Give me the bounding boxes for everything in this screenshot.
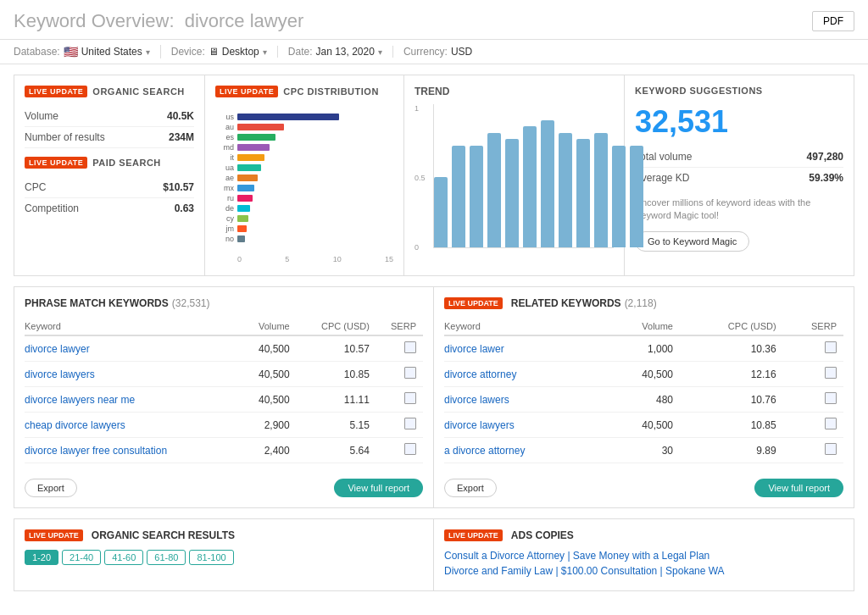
database-dropdown-arrow: ▾ xyxy=(146,47,150,57)
phrase-col-volume: Volume xyxy=(242,318,297,335)
volume-value: 40.5K xyxy=(167,110,194,122)
cpc-bar xyxy=(237,134,275,141)
competition-label: Competition xyxy=(25,202,79,214)
phrase-match-export-button[interactable]: Export xyxy=(25,479,77,497)
toolbar: Database: 🇺🇸 United States ▾ Device: 🖥 D… xyxy=(0,40,868,64)
keyword-cell: divorce lawyers xyxy=(25,362,242,387)
keyword-cell: divorce lawers xyxy=(444,387,609,413)
cpc-cell: 10.36 xyxy=(680,335,783,362)
cpc-bar-row: jm xyxy=(215,224,393,233)
cpc-bar-label: au xyxy=(215,123,234,131)
phrase-match-view-report-button[interactable]: View full report xyxy=(334,479,423,497)
volume-cell: 30 xyxy=(609,438,680,463)
trend-bar xyxy=(434,177,448,247)
page-title: Keyword Overview: divorce lawyer xyxy=(14,10,303,32)
keyword-link[interactable]: divorce lawers xyxy=(444,394,509,406)
pagination-button[interactable]: 81-100 xyxy=(189,550,233,565)
paid-search-section: live update PAID SEARCH CPC $10.57 Compe… xyxy=(25,157,194,219)
organic-results-header: live update ORGANIC SEARCH RESULTS xyxy=(25,529,423,541)
keyword-link[interactable]: divorce lawyers xyxy=(25,368,95,380)
ad-link-2[interactable]: Divorce and Family Law | $100.00 Consult… xyxy=(444,565,843,577)
phrase-match-header: PHRASE MATCH KEYWORDS (32,531) xyxy=(25,297,423,309)
serp-cell xyxy=(783,413,843,438)
keyword-link[interactable]: divorce lawer xyxy=(444,343,504,355)
date-value: Jan 13, 2020 xyxy=(315,46,374,58)
cpc-bar-label: de xyxy=(215,204,234,213)
results-stat: Number of results 234M xyxy=(25,127,194,148)
date-selector[interactable]: Date: Jan 13, 2020 ▾ xyxy=(278,46,393,58)
trend-bars xyxy=(433,104,614,248)
top-row: live update ORGANIC SEARCH Volume 40.5K … xyxy=(14,75,854,276)
cpc-cell: 9.89 xyxy=(680,438,783,463)
main-content: live update ORGANIC SEARCH Volume 40.5K … xyxy=(0,64,868,601)
keyword-cell: divorce lawer xyxy=(444,335,609,362)
keyword-link[interactable]: divorce lawyers near me xyxy=(25,394,135,406)
cpc-bar xyxy=(237,225,247,232)
cpc-bar-row: cy xyxy=(215,214,393,223)
results-label: Number of results xyxy=(25,131,105,143)
related-col-serp: SERP xyxy=(783,318,843,335)
cpc-cell: 10.57 xyxy=(297,335,376,362)
related-keywords-export-button[interactable]: Export xyxy=(444,479,497,497)
ads-links-container: Consult a Divorce Attorney | Save Money … xyxy=(444,550,843,577)
trend-bar xyxy=(452,146,465,247)
serp-icon xyxy=(825,341,837,353)
cpc-bar-label: md xyxy=(215,143,234,152)
keyword-link[interactable]: divorce lawyers xyxy=(444,419,515,431)
serp-icon xyxy=(404,341,416,353)
related-keywords-table: Keyword Volume CPC (USD) SERP divorce la… xyxy=(444,318,843,463)
keyword-link[interactable]: a divorce attorney xyxy=(444,445,525,457)
pdf-button[interactable]: PDF xyxy=(812,11,854,31)
desktop-icon: 🖥 xyxy=(209,46,219,58)
keyword-link[interactable]: divorce attorney xyxy=(444,368,516,380)
database-selector[interactable]: Database: 🇺🇸 United States ▾ xyxy=(14,45,161,58)
keyword-cell: divorce lawyer free consultation xyxy=(25,438,242,463)
ads-copies-header: live update ADS COPIES xyxy=(444,529,843,541)
trend-bar xyxy=(505,139,519,247)
ad-link-1[interactable]: Consult a Divorce Attorney | Save Money … xyxy=(444,550,843,562)
volume-cell: 40,500 xyxy=(242,362,297,387)
table-row: cheap divorce lawyers 2,900 5.15 xyxy=(25,413,423,438)
device-selector[interactable]: Device: 🖥 Desktop ▾ xyxy=(161,46,278,58)
cpc-bar xyxy=(237,124,284,130)
kw-suggestions-title: KEYWORD SUGGESTIONS xyxy=(635,86,843,96)
cpc-bar-label: es xyxy=(215,133,234,141)
cpc-cell: 10.85 xyxy=(680,413,783,438)
serp-icon xyxy=(825,443,837,455)
results-value: 234M xyxy=(169,131,194,143)
date-label: Date: xyxy=(288,46,313,58)
currency-display: Currency: USD xyxy=(393,46,482,58)
cpc-title-text: CPC DISTRIBUTION xyxy=(283,86,379,97)
table-row: divorce lawyers 40,500 10.85 xyxy=(444,413,843,438)
live-badge-paid: live update xyxy=(25,157,87,169)
keyword-link[interactable]: divorce lawyer free consultation xyxy=(25,445,167,457)
lower-row: live update ORGANIC SEARCH RESULTS 1-202… xyxy=(14,518,854,591)
volume-cell: 2,400 xyxy=(242,438,297,463)
table-row: divorce attorney 40,500 12.16 xyxy=(444,362,843,387)
volume-cell: 40,500 xyxy=(609,413,680,438)
kw-stats: Total volume 497,280 Average KD 59.39% xyxy=(635,147,843,188)
keywords-row: PHRASE MATCH KEYWORDS (32,531) Keyword V… xyxy=(14,286,854,508)
cpc-cell: 5.64 xyxy=(297,438,376,463)
cpc-bar-label: us xyxy=(215,113,234,121)
table-row: divorce lawers 480 10.76 xyxy=(444,387,843,413)
trend-chart-container: 1 0.5 0 xyxy=(415,104,614,265)
go-to-keyword-magic-button[interactable]: Go to Keyword Magic xyxy=(635,231,749,252)
cpc-bar xyxy=(237,235,245,242)
phrase-col-serp: SERP xyxy=(376,318,423,335)
trend-y-axis: 1 0.5 0 xyxy=(415,104,430,252)
cpc-chart: us au es md it ua ae mx ru de cy jm no xyxy=(215,106,393,252)
pagination-button[interactable]: 21-40 xyxy=(62,550,101,565)
pagination-button[interactable]: 1-20 xyxy=(25,550,58,565)
organic-search-title: live update ORGANIC SEARCH xyxy=(25,86,194,97)
cpc-bar-label: mx xyxy=(215,184,234,192)
pagination-button[interactable]: 61-80 xyxy=(147,550,186,565)
pagination-button[interactable]: 41-60 xyxy=(104,550,143,565)
serp-cell xyxy=(376,413,423,438)
related-keywords-view-report-button[interactable]: View full report xyxy=(754,479,843,497)
trend-bar xyxy=(612,146,626,247)
keyword-link[interactable]: cheap divorce lawyers xyxy=(25,419,125,431)
total-volume-label: Total volume xyxy=(635,151,692,163)
keyword-cell: divorce attorney xyxy=(444,362,609,387)
keyword-link[interactable]: divorce lawyer xyxy=(25,343,90,355)
